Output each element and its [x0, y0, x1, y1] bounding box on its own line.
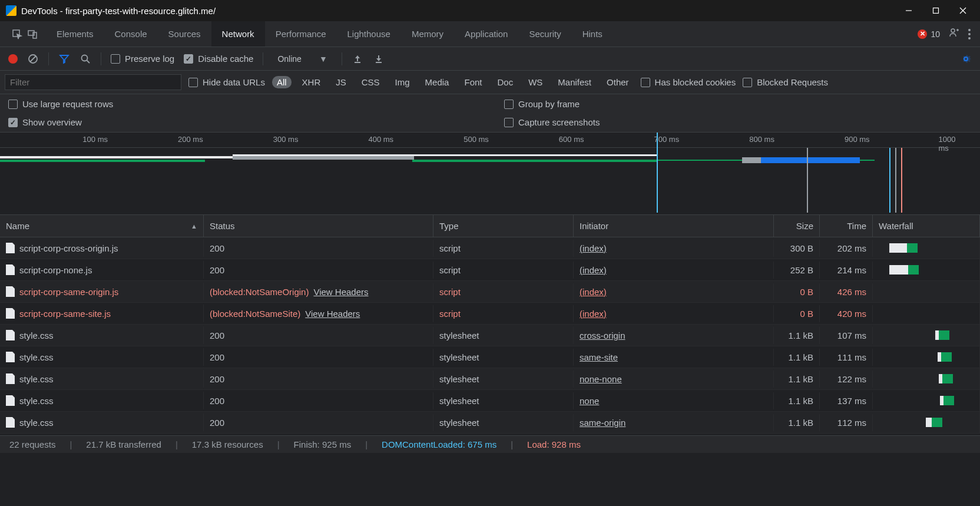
overview-tick: 100 ms: [82, 135, 108, 144]
request-type: script: [433, 240, 574, 257]
svg-point-7: [951, 29, 955, 32]
network-summary: 22 requests| 21.7 kB transferred| 17.3 k…: [0, 435, 980, 453]
close-button[interactable]: [949, 0, 976, 21]
preserve-log-checkbox[interactable]: Preserve log: [111, 54, 174, 64]
blocked-requests-checkbox[interactable]: Blocked Requests: [743, 77, 828, 87]
type-filter-all[interactable]: All: [272, 76, 292, 88]
type-filter-media[interactable]: Media: [421, 76, 454, 88]
disable-cache-checkbox[interactable]: Disable cache: [184, 54, 253, 64]
type-filter-ws[interactable]: WS: [524, 76, 547, 88]
tab-memory[interactable]: Memory: [401, 21, 454, 47]
svg-rect-14: [355, 62, 360, 63]
column-type[interactable]: Type: [433, 215, 574, 237]
clear-button[interactable]: [27, 53, 39, 65]
initiator-link[interactable]: same-origin: [580, 418, 625, 428]
request-status: 200: [210, 243, 224, 253]
type-filter-doc[interactable]: Doc: [492, 76, 518, 88]
column-name[interactable]: Name: [0, 215, 204, 237]
table-row[interactable]: script-corp-none.js200script(index)252 B…: [0, 259, 980, 281]
initiator-link[interactable]: same-site: [580, 352, 618, 362]
overview-tick: 600 ms: [559, 135, 584, 144]
tab-lighthouse[interactable]: Lighthouse: [337, 21, 401, 47]
type-filter-img[interactable]: Img: [390, 76, 415, 88]
request-size: 1.1 kB: [774, 327, 820, 344]
request-size: 1.1 kB: [774, 349, 820, 366]
waterfall-cell: [873, 390, 980, 411]
request-type: stylesheet: [433, 392, 574, 409]
maximize-button[interactable]: [922, 0, 949, 21]
type-filter-other[interactable]: Other: [602, 76, 634, 88]
type-filter-css[interactable]: CSS: [357, 76, 385, 88]
tab-elements[interactable]: Elements: [46, 21, 104, 47]
request-name: script-corp-cross-origin.js: [19, 243, 118, 253]
table-row[interactable]: script-corp-same-origin.js(blocked:NotSa…: [0, 281, 980, 303]
more-menu-icon[interactable]: [968, 29, 971, 39]
request-time: 112 ms: [820, 414, 873, 431]
type-filter-manifest[interactable]: Manifest: [553, 76, 596, 88]
tab-security[interactable]: Security: [518, 21, 571, 47]
throttling-select[interactable]: Online▼: [273, 54, 332, 64]
filter-input[interactable]: [5, 74, 181, 90]
table-row[interactable]: style.css200stylesheetsame-site1.1 kB111…: [0, 346, 980, 368]
column-waterfall[interactable]: Waterfall: [873, 215, 980, 237]
search-icon[interactable]: [80, 53, 91, 65]
column-status[interactable]: Status: [204, 215, 433, 237]
column-size[interactable]: Size: [774, 215, 820, 237]
type-filter-js[interactable]: JS: [331, 76, 351, 88]
tab-console[interactable]: Console: [104, 21, 158, 47]
capture-screenshots-checkbox[interactable]: Capture screenshots: [504, 117, 972, 127]
waterfall-cell: [873, 325, 980, 346]
svg-point-12: [82, 55, 88, 61]
hide-data-urls-checkbox[interactable]: Hide data URLs: [188, 77, 265, 87]
tab-hints[interactable]: Hints: [572, 21, 613, 47]
error-count-badge[interactable]: ✕ 10: [918, 29, 940, 39]
table-row[interactable]: script-corp-same-site.js(blocked:NotSame…: [0, 303, 980, 325]
download-har-icon[interactable]: [373, 53, 385, 65]
window-titlebar: DevTools - first-party-test-with-resourc…: [0, 0, 980, 21]
device-mode-icon[interactable]: [26, 28, 39, 41]
initiator-link[interactable]: (index): [580, 309, 607, 319]
waterfall-cell: [873, 412, 980, 433]
feedback-icon[interactable]: [948, 27, 960, 41]
upload-har-icon[interactable]: [352, 53, 363, 65]
record-button[interactable]: [8, 54, 18, 64]
group-by-frame-checkbox[interactable]: Group by frame: [504, 99, 972, 109]
has-blocked-cookies-checkbox[interactable]: Has blocked cookies: [641, 77, 736, 87]
initiator-link[interactable]: none: [580, 396, 599, 406]
network-overview[interactable]: 100 ms200 ms300 ms400 ms500 ms600 ms700 …: [0, 133, 980, 215]
table-row[interactable]: script-corp-cross-origin.js200script(ind…: [0, 237, 980, 259]
initiator-link[interactable]: cross-origin: [580, 330, 625, 340]
table-row[interactable]: style.css200stylesheetcross-origin1.1 kB…: [0, 325, 980, 346]
view-headers-link[interactable]: View Headers: [313, 287, 368, 297]
type-filter-font[interactable]: Font: [459, 76, 486, 88]
show-overview-checkbox[interactable]: Show overview: [8, 117, 488, 127]
view-headers-link[interactable]: View Headers: [305, 309, 360, 319]
request-status: (blocked:NotSameSite): [210, 309, 300, 319]
inspect-element-icon[interactable]: [11, 28, 24, 41]
table-header: Name Status Type Initiator Size Time Wat…: [0, 215, 980, 237]
initiator-link[interactable]: (index): [580, 265, 607, 275]
tab-application[interactable]: Application: [454, 21, 518, 47]
initiator-link[interactable]: (index): [580, 243, 607, 253]
type-filter-xhr[interactable]: XHR: [297, 76, 326, 88]
tab-network[interactable]: Network: [211, 21, 265, 47]
minimize-button[interactable]: [895, 0, 922, 21]
table-row[interactable]: style.css200stylesheetnone1.1 kB137 ms: [0, 390, 980, 412]
initiator-link[interactable]: none-none: [580, 374, 622, 384]
filter-icon[interactable]: [58, 53, 70, 65]
tab-performance[interactable]: Performance: [265, 21, 337, 47]
file-icon: [6, 352, 15, 362]
table-row[interactable]: style.css200stylesheetnone-none1.1 kB122…: [0, 368, 980, 390]
file-icon: [6, 286, 15, 297]
tab-sources[interactable]: Sources: [158, 21, 211, 47]
settings-gear-icon[interactable]: [960, 53, 972, 65]
initiator-link[interactable]: (index): [580, 287, 607, 297]
devtools-tabbar: ElementsConsoleSourcesNetworkPerformance…: [0, 21, 980, 47]
column-initiator[interactable]: Initiator: [574, 215, 774, 237]
large-rows-checkbox[interactable]: Use large request rows: [8, 99, 488, 109]
request-type: script: [433, 305, 574, 322]
file-icon: [6, 330, 15, 340]
table-row[interactable]: style.css200stylesheetsame-origin1.1 kB1…: [0, 412, 980, 434]
column-time[interactable]: Time: [820, 215, 873, 237]
chevron-down-icon: ▼: [319, 54, 327, 64]
